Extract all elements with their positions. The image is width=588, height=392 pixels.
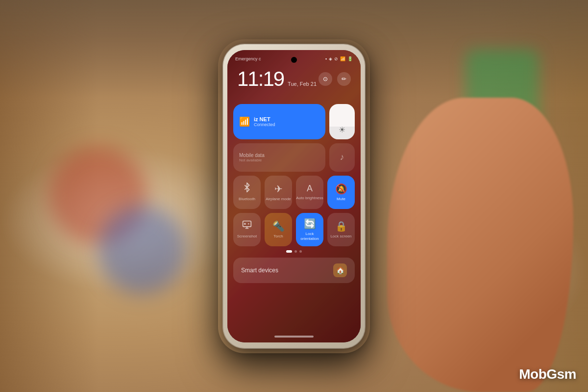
wifi-name: iz NET [254, 116, 275, 122]
wifi-tile[interactable]: 📶 iz NET Connected [233, 104, 325, 139]
airplane-icon: ✈ [274, 183, 283, 195]
mobile-data-tile[interactable]: Mobile data Not available [233, 143, 325, 172]
brightness-icon: ☀ [339, 125, 345, 134]
wifi-status: Connected [254, 122, 275, 127]
screenshot-icon [242, 220, 252, 232]
auto-brightness-tile[interactable]: A Auto brightness [296, 176, 323, 209]
lock-orientation-icon: 🔄 [304, 218, 316, 230]
clock-date: Tue, Feb 21 [288, 81, 317, 87]
dot-3 [299, 250, 302, 253]
smart-devices-label: Smart devices [241, 267, 278, 274]
time-display: 11:19 Tue, Feb 21 [237, 69, 317, 89]
top-tiles-row: 📶 iz NET Connected ☀ [233, 104, 355, 139]
screenshot-tile[interactable]: Screenshot [233, 213, 261, 246]
mobile-data-status: Not available [239, 158, 265, 162]
mobile-data-name: Mobile data [239, 153, 265, 158]
dot-1 [286, 250, 292, 253]
auto-brightness-label: Auto brightness [296, 196, 323, 201]
battery-icon: 🔋 [347, 56, 353, 61]
status-icons: ▪ ◈ ⊘ 📶 🔋 [325, 56, 353, 61]
bluetooth-label: Bluetooth [239, 197, 255, 202]
lock-screen-icon: 🔒 [335, 220, 347, 232]
nfc-icon: ◈ [329, 56, 332, 61]
screenshot-label: Screenshot [237, 234, 257, 239]
airplane-tile[interactable]: ✈ Airplane mode [265, 176, 292, 209]
control-grid-2: Screenshot 🔦 Torch 🔄 Lock orientation � [233, 213, 355, 246]
lock-orientation-tile[interactable]: 🔄 Lock orientation [296, 213, 323, 246]
control-grid-1: Bluetooth ✈ Airplane mode A Auto brightn… [233, 176, 355, 209]
svg-rect-0 [243, 221, 251, 227]
mobile-data-info: Mobile data Not available [239, 153, 265, 162]
dnd-icon: ⊘ [334, 56, 338, 61]
focus-icon[interactable]: ⊙ [318, 72, 332, 86]
bluetooth-tile[interactable]: Bluetooth [233, 176, 261, 209]
airplane-label: Airplane mode [266, 197, 291, 202]
wifi-tile-icon: 📶 [239, 116, 250, 127]
clock-time: 11:19 [237, 69, 284, 89]
mute-label: Mute [337, 197, 345, 202]
music-icon: ♪ [340, 152, 344, 162]
bluetooth-icon [242, 183, 252, 195]
sim-icon: ▪ [325, 56, 327, 61]
edit-icon[interactable]: ✏ [337, 72, 351, 86]
torch-tile[interactable]: 🔦 Torch [265, 213, 292, 246]
phone-screen: Emergency c ▪ ◈ ⊘ 📶 🔋 11:19 Tue, Feb 21 … [227, 50, 361, 342]
mute-tile[interactable]: 🔕 Mute [327, 176, 355, 209]
watermark: MobGsm [519, 366, 576, 382]
time-action-icons: ⊙ ✏ [318, 72, 351, 86]
auto-brightness-icon: A [307, 183, 313, 194]
home-icon: 🏠 [336, 266, 344, 274]
brightness-slider[interactable]: ☀ [329, 104, 355, 139]
lock-screen-label: Lock screen [330, 234, 351, 239]
mute-icon: 🔕 [335, 183, 347, 195]
dot-2 [294, 250, 297, 253]
phone-body: Emergency c ▪ ◈ ⊘ 📶 🔋 11:19 Tue, Feb 21 … [223, 44, 365, 348]
hand-silhouette [387, 98, 573, 392]
lock-orientation-label: Lock orientation [296, 232, 323, 241]
time-section: 11:19 Tue, Feb 21 ⊙ ✏ [227, 69, 361, 89]
tiles-container: 📶 iz NET Connected ☀ [233, 104, 355, 283]
smart-devices-tile[interactable]: Smart devices 🏠 [233, 258, 355, 283]
music-tile[interactable]: ♪ [329, 143, 355, 172]
emergency-text: Emergency c [235, 56, 261, 61]
torch-icon: 🔦 [272, 220, 285, 232]
torch-label: Torch [273, 234, 283, 239]
wifi-status-icon: 📶 [340, 56, 345, 61]
bg-blue-blob [98, 206, 186, 294]
smart-devices-icon: 🏠 [333, 263, 347, 277]
mid-tiles-row: Mobile data Not available ♪ [233, 143, 355, 172]
status-bar: Emergency c ▪ ◈ ⊘ 📶 🔋 [227, 50, 361, 68]
lock-screen-tile[interactable]: 🔒 Lock screen [327, 213, 355, 246]
wifi-info: iz NET Connected [254, 116, 275, 127]
page-dots [233, 250, 355, 253]
home-indicator[interactable] [274, 336, 314, 338]
